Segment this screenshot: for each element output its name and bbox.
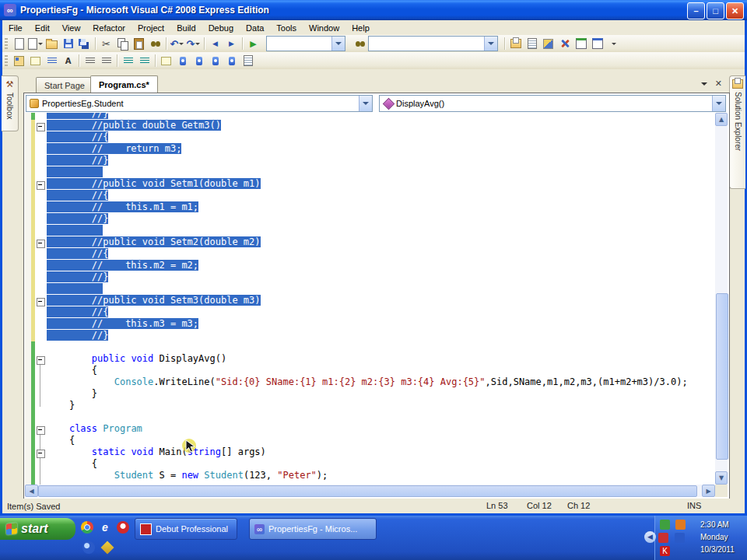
code-line[interactable] <box>47 411 688 423</box>
quick-launch-chrome-icon[interactable] <box>81 521 93 534</box>
code-line[interactable]: //{ <box>47 248 688 260</box>
menu-item-debug[interactable]: Debug <box>202 22 240 34</box>
menu-item-file[interactable]: File <box>2 22 29 34</box>
code-line[interactable]: // this.m2 = m2; <box>47 260 688 271</box>
menu-item-project[interactable]: Project <box>132 22 170 34</box>
save-button[interactable] <box>60 36 76 51</box>
collapse-region-button[interactable] <box>37 450 45 458</box>
combo-arrow-icon[interactable] <box>712 96 725 111</box>
solution-explorer-autohide-tab[interactable]: Solution Explorer <box>729 75 745 189</box>
minimize-button[interactable]: – <box>687 2 705 19</box>
uncomment-selection-button[interactable] <box>136 53 153 68</box>
indicator-margin[interactable] <box>25 113 31 485</box>
comment-selection-button[interactable] <box>120 53 136 68</box>
close-document-button[interactable]: ✕ <box>715 79 722 89</box>
scroll-up-button[interactable]: ▲ <box>715 113 728 126</box>
redo-button[interactable] <box>185 36 202 51</box>
collapse-region-button[interactable] <box>37 356 45 365</box>
code-line[interactable]: //public void Setm2(double m2) <box>47 236 688 248</box>
quick-launch-media-icon[interactable] <box>101 541 114 555</box>
display-parameter-info-button[interactable] <box>27 53 44 68</box>
menu-item-edit[interactable]: Edit <box>29 22 56 34</box>
toolbar-options-button[interactable] <box>605 36 622 51</box>
tray-icon-red[interactable] <box>658 533 668 543</box>
code-line[interactable]: } <box>47 400 688 411</box>
new-project-button[interactable] <box>11 36 27 51</box>
start-debugging-button[interactable] <box>245 36 261 51</box>
active-files-dropdown-button[interactable] <box>701 82 707 89</box>
menu-item-build[interactable]: Build <box>170 22 202 34</box>
find-combo[interactable] <box>368 36 498 51</box>
code-line[interactable]: Console.WriteLine("Sid:{0} SName:{1} m1:… <box>47 376 688 388</box>
scroll-left-button[interactable]: ◀ <box>25 485 38 497</box>
tray-icon-green[interactable] <box>660 520 670 530</box>
next-bookmark-button[interactable] <box>191 53 207 68</box>
decrease-indent-button[interactable] <box>82 53 98 68</box>
display-quick-info-button[interactable] <box>44 53 60 68</box>
display-word-completion-button[interactable] <box>60 53 76 68</box>
tray-icon-antivirus[interactable]: K <box>660 546 670 556</box>
quick-launch-browser-icon[interactable]: e <box>99 521 111 534</box>
toggle-bookmark-button[interactable] <box>158 53 174 68</box>
maximize-button[interactable]: □ <box>707 2 724 19</box>
copy-button[interactable] <box>114 36 131 51</box>
toolbox-autohide-tab[interactable]: Toolbox <box>2 75 19 131</box>
error-list-button[interactable] <box>573 36 589 51</box>
find-button[interactable] <box>147 36 163 51</box>
next-bookmark-in-folder-button[interactable] <box>223 53 240 68</box>
taskbar-window-debut[interactable]: Debut Professional <box>135 518 237 540</box>
increase-indent-button[interactable] <box>98 53 114 68</box>
members-dropdown[interactable]: DisplayAvg() <box>379 95 726 112</box>
previous-bookmark-button[interactable] <box>174 53 191 68</box>
combo-arrow-icon[interactable] <box>484 37 497 51</box>
navigate-forward-button[interactable] <box>223 36 240 51</box>
combo-arrow-icon[interactable] <box>331 37 345 51</box>
find-in-files-button[interactable] <box>352 36 368 51</box>
vertical-scroll-thumb[interactable] <box>716 293 728 460</box>
code-line[interactable]: // this.m1 = m1; <box>47 201 688 213</box>
previous-bookmark-in-folder-button[interactable] <box>207 53 223 68</box>
code-line[interactable]: // return m3; <box>47 143 688 155</box>
combo-arrow-icon[interactable] <box>359 96 372 111</box>
code-line[interactable] <box>47 283 688 295</box>
add-new-item-button[interactable] <box>27 36 44 51</box>
menu-item-help[interactable]: Help <box>345 22 376 34</box>
code-line[interactable]: //public void Setm1(double m1) <box>47 178 688 190</box>
code-line[interactable]: { <box>47 365 688 376</box>
quick-launch-app-icon[interactable] <box>117 521 129 534</box>
collapse-region-button[interactable] <box>37 181 45 190</box>
code-line[interactable]: //} <box>47 155 688 166</box>
display-object-member-list-button[interactable] <box>11 53 27 68</box>
code-lines[interactable]: //} //public double Getm3() //{ // retur… <box>47 113 688 481</box>
toolbar-grip[interactable] <box>5 38 8 49</box>
code-line[interactable]: { <box>47 435 688 446</box>
vertical-scrollbar[interactable]: ▲ ▼ <box>715 113 728 485</box>
save-all-button[interactable] <box>76 36 93 51</box>
menu-item-data[interactable]: Data <box>240 22 270 34</box>
code-line[interactable]: class Program <box>47 423 688 435</box>
start-button[interactable]: start <box>0 518 75 540</box>
collapse-region-button[interactable] <box>37 240 45 248</box>
navigate-backward-button[interactable] <box>207 36 223 51</box>
collapse-region-button[interactable] <box>37 298 45 306</box>
horizontal-scrollbar[interactable]: ◀ ▶ <box>25 485 715 497</box>
quick-launch-globe-icon[interactable] <box>82 541 95 554</box>
tray-icon-blue[interactable] <box>675 533 685 543</box>
types-dropdown[interactable]: PropertiesEg.Student <box>26 95 373 112</box>
open-file-button[interactable] <box>44 36 60 51</box>
code-line[interactable] <box>47 225 688 236</box>
menu-item-refactor[interactable]: Refactor <box>86 22 132 34</box>
code-line[interactable]: //} <box>47 271 688 283</box>
collapse-region-button[interactable] <box>37 123 45 131</box>
clear-bookmarks-button[interactable] <box>240 53 256 68</box>
code-line[interactable]: Student S = new Student(123, "Peter"); <box>47 470 688 481</box>
code-line[interactable]: //{ <box>47 306 688 318</box>
paste-button[interactable] <box>131 36 147 51</box>
menu-item-view[interactable]: View <box>56 22 87 34</box>
code-line[interactable]: { <box>47 458 688 470</box>
code-text-area[interactable]: //} //public double Getm3() //{ // retur… <box>25 113 715 485</box>
taskbar-window-propertieseg[interactable]: ∞ PropertiesFg - Micros... <box>249 518 377 540</box>
code-line[interactable]: static void Main(string[] args) <box>47 446 688 458</box>
code-line[interactable]: } <box>47 388 688 400</box>
properties-window-button[interactable] <box>524 36 540 51</box>
